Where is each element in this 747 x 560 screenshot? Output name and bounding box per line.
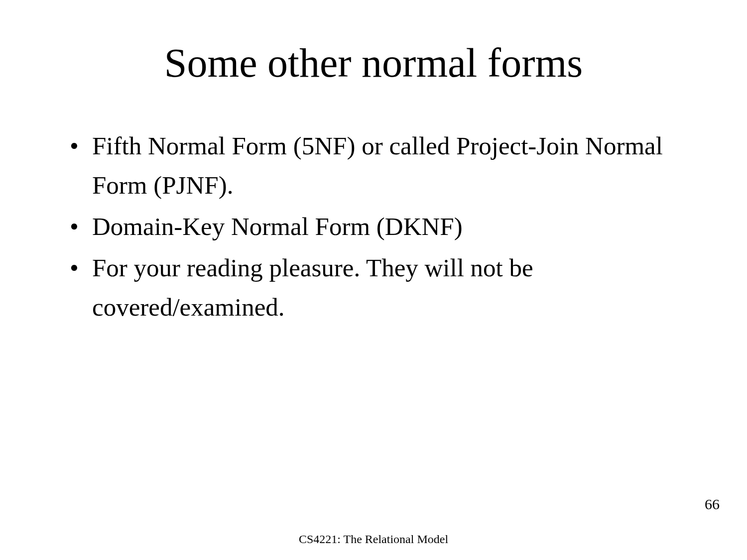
slide-title: Some other normal forms	[45, 40, 702, 87]
page-number: 66	[705, 496, 720, 513]
bullet-item: Domain-Key Normal Form (DKNF)	[70, 207, 702, 246]
slide-footer: CS4221: The Relational Model	[0, 533, 747, 546]
bullet-list: Fifth Normal Form (5NF) or called Projec…	[45, 126, 702, 327]
bullet-item: Fifth Normal Form (5NF) or called Projec…	[70, 126, 702, 205]
slide-container: Some other normal forms Fifth Normal For…	[0, 0, 747, 560]
bullet-item: For your reading pleasure. They will not…	[70, 248, 702, 327]
